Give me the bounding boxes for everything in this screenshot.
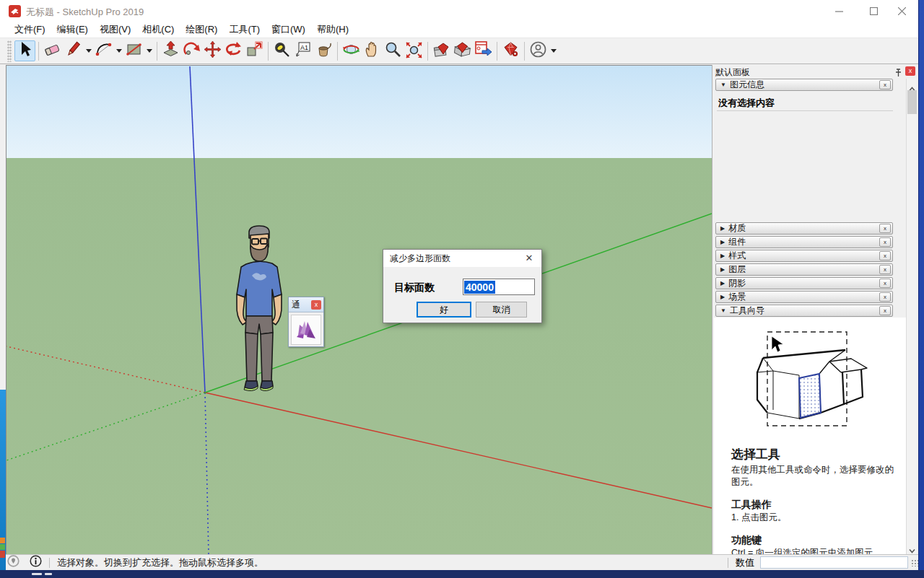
svg-text:A1: A1 (300, 44, 308, 51)
window-edge (0, 65, 6, 390)
menu-view[interactable]: 视图(V) (94, 21, 136, 38)
minimize-button[interactable] (823, 0, 855, 22)
section-scenes[interactable]: ▶场景x (715, 291, 893, 303)
toolbar-separator (424, 42, 431, 61)
tray-pin-icon[interactable] (894, 67, 902, 80)
chevron-right-icon: ▶ (716, 266, 728, 273)
share-model-icon (453, 40, 471, 61)
rotate-icon (225, 40, 243, 61)
scrollbar-thumb[interactable] (907, 90, 917, 114)
instructor-subheading: 功能键 (731, 534, 894, 547)
menu-draw[interactable]: 绘图(R) (180, 21, 223, 38)
eraser-icon (43, 40, 61, 61)
section-close-icon[interactable]: x (879, 237, 891, 247)
mini-toolbar-close-icon[interactable]: x (311, 300, 321, 310)
section-close-icon[interactable]: x (879, 279, 891, 288)
push-pull-tool-button[interactable] (160, 40, 181, 61)
menu-file[interactable]: 文件(F) (9, 21, 51, 38)
section-components[interactable]: ▶组件x (715, 236, 893, 248)
mini-toolbar-titlebar[interactable]: 通 x (289, 297, 323, 312)
3d-warehouse-tool-button[interactable] (431, 40, 452, 61)
section-close-icon[interactable]: x (879, 292, 891, 302)
extension-warehouse-tool-button[interactable] (473, 40, 494, 61)
paint-bucket-tool-button[interactable] (313, 40, 334, 61)
section-layers[interactable]: ▶图层x (715, 263, 893, 276)
extension-manager-tool-button[interactable] (500, 40, 521, 61)
rectangle-tool-button[interactable] (123, 40, 144, 61)
text-label-tool-button[interactable]: A1 (292, 40, 313, 61)
section-close-icon[interactable]: x (879, 224, 891, 233)
arc-dropdown-button[interactable] (114, 40, 123, 61)
desktop-icon (0, 538, 5, 543)
section-close-icon[interactable]: x (879, 265, 891, 274)
pan-tool-button[interactable] (362, 40, 383, 61)
pencil-tool-button[interactable] (63, 40, 84, 61)
orbit-icon (342, 40, 360, 61)
section-close-icon[interactable]: x (879, 306, 891, 315)
section-instructor[interactable]: ▼ 工具向导 x (715, 305, 893, 317)
title-bar: 无标题 - SketchUp Pro 2019 (0, 0, 918, 22)
zoom-icon (384, 40, 402, 61)
target-faces-input[interactable]: 40000 (463, 279, 535, 295)
window-title: 无标题 - SketchUp Pro 2019 (26, 6, 144, 19)
extension-manager-icon (502, 40, 520, 61)
menu-camera[interactable]: 相机(C) (136, 21, 180, 38)
section-close-icon[interactable]: x (879, 80, 891, 89)
section-shadows[interactable]: ▶阴影x (715, 277, 893, 289)
arc-tool-button[interactable] (93, 40, 114, 61)
origami-plugin-icon (295, 318, 318, 341)
polygon-reducer-tool-button[interactable] (291, 315, 321, 345)
pencil-dropdown-button[interactable] (84, 40, 93, 61)
toolbar-separator (265, 42, 271, 61)
user-account-tool-button[interactable] (528, 40, 549, 61)
divider (728, 558, 728, 568)
rectangle-icon (125, 40, 143, 61)
follow-me-tool-button[interactable] (181, 40, 202, 61)
model-viewport[interactable] (6, 65, 712, 554)
ok-button[interactable]: 好 (417, 302, 471, 318)
menu-edit[interactable]: 编辑(E) (51, 21, 94, 38)
scale-figure-person[interactable] (225, 223, 294, 398)
rotate-tool-button[interactable] (223, 40, 244, 61)
measurements-input[interactable] (760, 556, 908, 569)
scroll-down-icon[interactable] (909, 543, 915, 550)
cancel-button[interactable]: 取消 (476, 302, 527, 318)
instructor-subheading: 工具操作 (731, 499, 894, 512)
menu-help[interactable]: 帮助(H) (311, 21, 354, 38)
move-icon (204, 40, 222, 61)
dialog-close-icon[interactable]: ✕ (523, 253, 535, 264)
dialog-titlebar[interactable]: 减少多边形面数 ✕ (383, 250, 541, 267)
dialog-title: 减少多边形面数 (383, 253, 450, 265)
toolbar-grip[interactable] (7, 40, 12, 62)
user-account-dropdown-button[interactable] (549, 40, 558, 61)
menu-tools[interactable]: 工具(T) (223, 21, 266, 38)
panel-scrollbar[interactable] (906, 79, 917, 554)
eraser-tool-button[interactable] (42, 40, 63, 61)
select-tool-button[interactable] (14, 40, 35, 61)
scale-tool-button[interactable] (244, 40, 265, 61)
rectangle-dropdown-button[interactable] (144, 40, 154, 61)
resize-grip[interactable] (911, 559, 918, 566)
extension-warehouse-icon (474, 40, 492, 61)
move-tool-button[interactable] (202, 40, 223, 61)
geolocation-icon[interactable] (7, 555, 19, 570)
section-styles[interactable]: ▶样式x (715, 250, 893, 262)
info-icon[interactable] (30, 555, 42, 570)
share-model-tool-button[interactable] (452, 40, 473, 61)
tape-measure-tool-button[interactable] (271, 40, 292, 61)
section-close-icon[interactable]: x (879, 251, 891, 260)
toolbar-separator (521, 42, 528, 61)
close-button[interactable] (886, 0, 918, 22)
section-entity-info[interactable]: ▼ 图元信息 x (715, 79, 893, 91)
toolbar: A1 (0, 38, 918, 64)
scroll-up-icon[interactable] (909, 82, 915, 88)
zoom-extents-tool-button[interactable] (404, 40, 424, 61)
target-faces-label: 目标面数 (394, 281, 435, 294)
tray-close-icon[interactable]: x (905, 66, 915, 76)
menu-window[interactable]: 窗口(W) (266, 21, 311, 38)
desktop-background (0, 390, 6, 570)
section-materials[interactable]: ▶材质x (715, 222, 893, 235)
orbit-tool-button[interactable] (341, 40, 362, 61)
zoom-tool-button[interactable] (383, 40, 404, 61)
reduce-polygons-dialog: 减少多边形面数 ✕ 目标面数 40000 好 取消 (383, 249, 542, 323)
